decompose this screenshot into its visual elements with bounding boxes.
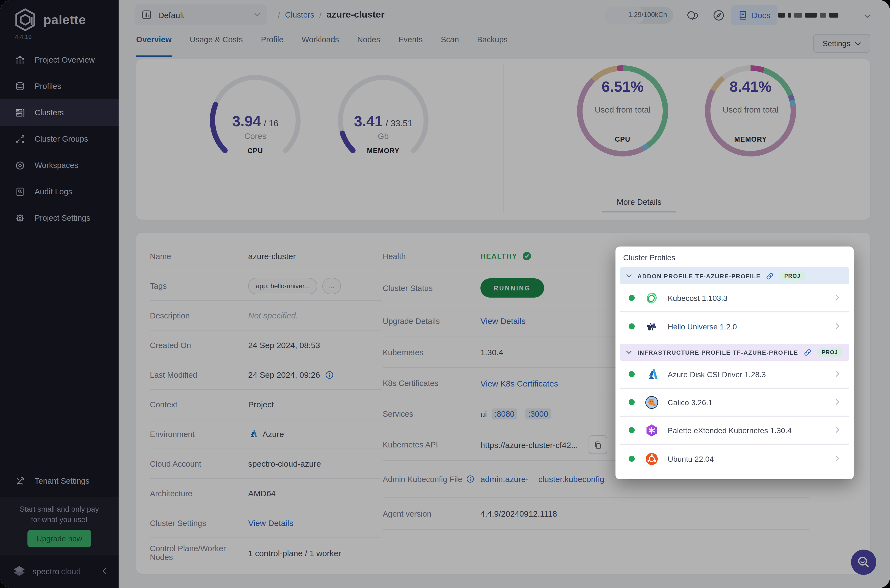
chevron-right-icon [834, 321, 840, 332]
infrastructure-profile-items: Azure Disk CSI Driver 1.28.3 [620, 361, 849, 473]
chevron-right-icon [834, 369, 840, 379]
profile-item-hello-universe[interactable]: Hello Universe 1.2.0 [620, 312, 849, 340]
link-icon [766, 272, 774, 280]
link-icon [804, 348, 812, 356]
chevron-down-icon [626, 273, 632, 279]
status-dot [629, 399, 635, 405]
palette-kubernetes-icon [645, 423, 659, 437]
chevron-down-icon [626, 349, 632, 355]
cluster-profiles-panel: Cluster Profiles ADDON PROFILE TF-AZURE-… [615, 246, 854, 479]
ubuntu-icon [645, 452, 659, 466]
profile-item-azure-disk[interactable]: Azure Disk CSI Driver 1.28.3 [620, 361, 849, 389]
status-dot [629, 371, 635, 377]
profile-item-name: Ubuntu 22.04 [668, 454, 834, 463]
profile-header-label: INFRASTRUCTURE PROFILE TF-AZURE-PROFILE [638, 349, 798, 356]
profile-item-ubuntu[interactable]: Ubuntu 22.04 [620, 445, 849, 473]
profile-item-name: Azure Disk CSI Driver 1.28.3 [668, 370, 834, 378]
addon-profile-header[interactable]: ADDON PROFILE TF-AZURE-PROFILE PROJ [620, 267, 849, 284]
hello-universe-icon [645, 319, 659, 333]
profile-item-name: Palette eXtended Kubernetes 1.30.4 [668, 426, 834, 435]
profile-item-name: Kubecost 1.103.3 [668, 294, 834, 302]
profile-item-name: Hello Universe 1.2.0 [668, 322, 834, 331]
panel-title: Cluster Profiles [623, 253, 846, 262]
status-dot [629, 456, 635, 462]
profile-item-calico[interactable]: Calico 3.26.1 [620, 389, 849, 417]
calico-icon [645, 395, 659, 409]
infrastructure-profile-header[interactable]: INFRASTRUCTURE PROFILE TF-AZURE-PROFILE … [620, 344, 849, 361]
profile-item-kubecost[interactable]: Kubecost 1.103.3 [620, 284, 849, 312]
chevron-right-icon [834, 397, 840, 407]
scope-badge: PROJ [817, 348, 843, 357]
profile-item-name: Calico 3.26.1 [668, 398, 834, 406]
status-dot [629, 323, 635, 329]
chevron-right-icon [834, 293, 840, 303]
chevron-right-icon [834, 454, 840, 464]
profile-header-label: ADDON PROFILE TF-AZURE-PROFILE [638, 273, 761, 279]
status-dot [629, 295, 635, 301]
chevron-right-icon [834, 425, 840, 435]
scope-badge: PROJ [779, 271, 805, 280]
azure-disk-icon [645, 367, 659, 381]
app-window: palette 4.4.19 Project Overview Profiles [0, 0, 890, 588]
status-dot [629, 427, 635, 433]
addon-profile-items: Kubecost 1.103.3 Hello Universe 1.2.0 [620, 284, 849, 340]
kubecost-icon [645, 291, 659, 305]
profile-item-palette-kubernetes[interactable]: Palette eXtended Kubernetes 1.30.4 [620, 417, 849, 445]
